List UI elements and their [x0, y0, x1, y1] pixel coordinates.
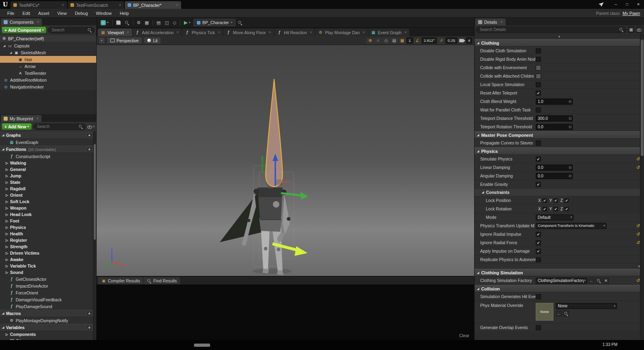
property-number-field[interactable]: 0.0: [536, 165, 573, 171]
my-blueprint-row[interactable]: Orient +: [0, 192, 96, 198]
add-component-button[interactable]: + Add Component ▾: [2, 27, 46, 33]
property-checkbox[interactable]: [536, 325, 541, 330]
scale-snap-icon[interactable]: ↗: [438, 37, 445, 44]
expander-icon[interactable]: [2, 148, 6, 151]
send-feedback-icon[interactable]: [599, 2, 604, 7]
my-blueprint-row[interactable]: ForceOrient +: [0, 289, 96, 296]
viewport-3d-scene[interactable]: x: [97, 45, 474, 276]
my-blueprint-row[interactable]: Head Look +: [0, 211, 96, 218]
use-selected-asset-icon[interactable]: ←: [556, 311, 562, 317]
component-tree-item[interactable]: NavigationInvoker: [0, 83, 96, 90]
property-number-field[interactable]: 300.0: [536, 115, 573, 121]
clear-button[interactable]: Clear: [459, 333, 469, 338]
world-space-toggle-icon[interactable]: ○: [374, 37, 382, 44]
component-tree-item[interactable]: Arrow: [0, 63, 96, 70]
my-blueprint-row[interactable]: Jump +: [0, 173, 96, 179]
simulation-button[interactable]: ▤: [155, 19, 162, 27]
menu-item[interactable]: Window: [92, 11, 116, 16]
close-tab-icon[interactable]: ×: [218, 30, 220, 35]
collapsed-category-icon[interactable]: [6, 219, 10, 223]
category-expander-icon[interactable]: [477, 271, 479, 274]
collapsed-category-icon[interactable]: [6, 181, 10, 184]
document-tab[interactable]: Hit Reaction ×: [274, 29, 315, 36]
components-search-input[interactable]: [51, 27, 86, 33]
document-tab[interactable]: Viewport ×: [98, 29, 132, 36]
grid-snap-icon[interactable]: ▦: [398, 37, 406, 44]
collapsed-category-icon[interactable]: [6, 213, 10, 216]
document-tab[interactable]: Play Montage Dan ×: [315, 29, 367, 36]
my-blueprint-row[interactable]: General +: [0, 166, 96, 173]
my-blueprint-row[interactable]: Sound +: [0, 269, 96, 276]
details-search-input[interactable]: [479, 27, 617, 32]
collapsed-category-icon[interactable]: [6, 245, 10, 249]
y-axis-checkbox[interactable]: [553, 207, 558, 211]
property-checkbox[interactable]: [536, 82, 541, 87]
component-tree-item[interactable]: AdditiveRootMotion: [0, 76, 96, 83]
class-settings-button[interactable]: ⚙: [135, 19, 142, 27]
add-button[interactable]: +: [87, 325, 92, 330]
view-options-icon[interactable]: ▦: [628, 27, 634, 33]
my-blueprint-tab[interactable]: My Blueprint ×: [1, 115, 41, 122]
collapsed-category-icon[interactable]: [6, 271, 10, 274]
details-search[interactable]: [476, 27, 626, 33]
debug-find-button[interactable]: [236, 19, 244, 27]
camera-speed-icon[interactable]: [458, 37, 465, 44]
my-blueprint-row[interactable]: Variables +: [0, 324, 96, 331]
blueprint-self-row[interactable]: ⚙ BP_Character(self): [0, 35, 96, 42]
close-tab-icon[interactable]: ×: [176, 30, 179, 35]
rotation-snap-icon[interactable]: ∠: [414, 37, 421, 44]
z-axis-checkbox[interactable]: [564, 198, 569, 203]
reset-to-default-icon[interactable]: [636, 240, 640, 245]
property-checkbox[interactable]: [536, 74, 541, 79]
collapsed-category-icon[interactable]: [6, 200, 10, 204]
my-blueprint-row[interactable]: EventGraph +: [0, 139, 96, 146]
components-tab[interactable]: Components ×: [1, 19, 42, 25]
compile-button[interactable]: ▾: [99, 19, 110, 27]
my-blueprint-row[interactable]: Physics +: [0, 224, 96, 231]
menu-item[interactable]: Asset: [34, 11, 54, 16]
results-tab[interactable]: Find Results: [144, 277, 180, 284]
find-button[interactable]: [123, 19, 131, 27]
hide-unrelated-button[interactable]: ◫: [163, 19, 170, 27]
property-checkbox[interactable]: [536, 65, 541, 70]
save-button[interactable]: [115, 19, 122, 27]
my-blueprint-row[interactable]: PlayDamageSound +: [0, 303, 96, 310]
tree-expander-icon[interactable]: [3, 44, 7, 47]
visibility-filter-dropdown[interactable]: ▾: [87, 124, 95, 129]
expander-icon[interactable]: [2, 312, 6, 315]
component-tree-item[interactable]: Hair: [0, 56, 96, 63]
minimize-button[interactable]: ─: [610, 0, 621, 9]
my-blueprint-row[interactable]: ConstructionScript +: [0, 153, 96, 160]
my-blueprint-row[interactable]: State +: [0, 179, 96, 185]
close-tab-icon[interactable]: ×: [176, 3, 178, 7]
asset-dropdown[interactable]: ClothingSimulationFactoryNv▾: [536, 278, 587, 284]
my-blueprint-row[interactable]: Strength +: [0, 243, 96, 250]
close-tab-icon[interactable]: ×: [363, 30, 365, 35]
my-blueprint-row[interactable]: GetClosestActor +: [0, 276, 96, 282]
collapsed-category-icon[interactable]: [6, 187, 10, 191]
scale-snap-value[interactable]: 0.25: [446, 37, 457, 43]
viewport-3d[interactable]: x: [97, 45, 474, 276]
camera-speed-value[interactable]: 4: [466, 37, 472, 43]
collapsed-category-icon[interactable]: [6, 168, 10, 171]
menu-item[interactable]: Help: [116, 11, 133, 16]
play-button[interactable]: ▶▾: [182, 19, 192, 27]
my-blueprint-search[interactable]: [33, 124, 86, 130]
my-blueprint-row[interactable]: Ragdoll +: [0, 185, 96, 192]
asset-tab[interactable]: TestFromScratch ×: [68, 1, 124, 9]
asset-thumbnail[interactable]: None: [536, 303, 553, 321]
asset-tab[interactable]: BP_Character* ×: [125, 1, 181, 9]
collapsed-category-icon[interactable]: [6, 174, 10, 178]
my-blueprint-row[interactable]: DamageVisualFeedback +: [0, 296, 96, 303]
my-blueprint-row[interactable]: Weapon +: [0, 205, 96, 211]
reset-to-default-icon[interactable]: [636, 232, 640, 237]
reset-to-default-icon[interactable]: [636, 156, 640, 162]
use-selected-asset-icon[interactable]: ←: [588, 278, 594, 284]
scale-tool-icon[interactable]: ◇: [382, 37, 390, 44]
close-tab-icon[interactable]: ×: [119, 3, 121, 7]
menu-item[interactable]: View: [53, 11, 71, 16]
my-blueprint-row[interactable]: Driven Victims +: [0, 250, 96, 256]
value-spinner-icon[interactable]: [569, 166, 572, 169]
lit-mode-button[interactable]: Lit: [144, 37, 161, 44]
property-dropdown[interactable]: Component Transform Is Kinematic▾: [536, 223, 607, 229]
